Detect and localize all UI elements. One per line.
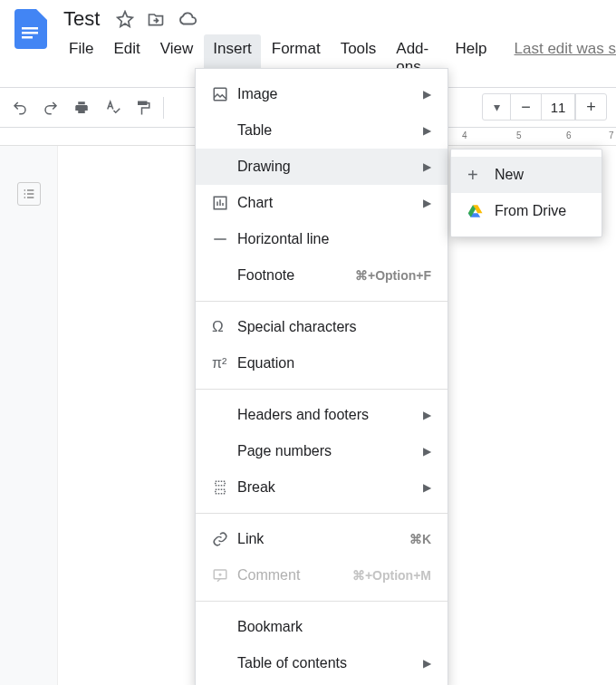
document-title[interactable]: Test — [60, 7, 103, 31]
menu-separator — [196, 601, 448, 602]
spellcheck-icon[interactable] — [98, 93, 127, 122]
svg-rect-0 — [22, 27, 38, 30]
docs-app-icon[interactable] — [11, 7, 51, 51]
insert-break-label: Break — [237, 479, 423, 496]
insert-toc[interactable]: Table of contents ▶ — [196, 645, 448, 681]
font-size-decrease[interactable]: − — [510, 94, 541, 120]
toolbar-separator — [163, 97, 164, 119]
cloud-status-icon[interactable] — [178, 9, 197, 29]
chevron-right-icon: ▶ — [423, 481, 431, 494]
chevron-right-icon: ▶ — [423, 160, 431, 173]
undo-icon[interactable] — [5, 93, 34, 122]
insert-headers-footers[interactable]: Headers and footers ▶ — [196, 397, 448, 433]
outline-icon[interactable] — [17, 182, 41, 206]
ruler-tick: 4 — [462, 130, 467, 140]
svg-rect-3 — [214, 88, 226, 101]
chevron-right-icon: ▶ — [423, 445, 431, 458]
ruler-tick: 5 — [516, 130, 522, 140]
insert-footnote[interactable]: Footnote ⌘+Option+F — [196, 257, 448, 294]
insert-special-chars[interactable]: Ω Special characters — [196, 309, 448, 345]
insert-comment: Comment ⌘+Option+M — [196, 557, 448, 593]
horizontal-line-icon — [212, 231, 237, 247]
insert-horizontal-line[interactable]: Horizontal line — [196, 221, 448, 257]
move-icon[interactable] — [147, 10, 165, 28]
insert-bookmark-label: Bookmark — [237, 619, 431, 635]
insert-footnote-label: Footnote — [237, 267, 355, 284]
print-icon[interactable] — [67, 93, 96, 122]
font-dropdown-icon[interactable]: ▾ — [483, 94, 510, 120]
insert-drawing[interactable]: Drawing ▶ — [196, 149, 448, 185]
chevron-right-icon: ▶ — [423, 197, 431, 209]
insert-equation-label: Equation — [237, 355, 431, 371]
drawing-from-drive-label: From Drive — [495, 203, 566, 219]
menu-separator — [196, 301, 448, 302]
drawing-new[interactable]: + New — [451, 157, 602, 193]
insert-image[interactable]: Image ▶ — [196, 76, 448, 112]
insert-chart-label: Chart — [237, 195, 423, 211]
insert-hf-label: Headers and footers — [237, 407, 423, 423]
outline-gutter — [0, 146, 58, 685]
insert-link-label: Link — [237, 531, 409, 547]
insert-pn-label: Page numbers — [237, 443, 423, 459]
comment-shortcut: ⌘+Option+M — [352, 568, 431, 583]
menu-separator — [196, 513, 448, 514]
link-icon — [212, 531, 237, 547]
font-size-control: ▾ − 11 + — [482, 93, 607, 121]
svg-rect-2 — [22, 36, 33, 39]
insert-break[interactable]: Break ▶ — [196, 469, 448, 506]
chevron-right-icon: ▶ — [423, 88, 431, 101]
comment-icon — [212, 567, 237, 584]
star-icon[interactable] — [116, 10, 134, 28]
chart-icon — [212, 195, 237, 211]
footnote-shortcut: ⌘+Option+F — [355, 268, 431, 283]
drawing-new-label: New — [495, 167, 524, 183]
insert-special-label: Special characters — [237, 319, 431, 335]
chevron-right-icon: ▶ — [423, 124, 431, 137]
menu-help[interactable]: Help — [447, 34, 496, 82]
chevron-right-icon: ▶ — [423, 409, 431, 421]
svg-rect-1 — [22, 32, 38, 34]
redo-icon[interactable] — [36, 93, 65, 122]
insert-comment-label: Comment — [237, 567, 352, 584]
insert-image-label: Image — [237, 86, 423, 102]
insert-page-numbers[interactable]: Page numbers ▶ — [196, 433, 448, 469]
drawing-submenu: + New From Drive — [450, 149, 602, 237]
ruler-tick: 6 — [566, 130, 572, 140]
insert-dropdown: Image ▶ Table ▶ Drawing ▶ Chart ▶ Horizo… — [195, 68, 448, 685]
insert-bookmark[interactable]: Bookmark — [196, 609, 448, 645]
break-icon — [212, 479, 237, 496]
ruler-tick: 7 — [609, 130, 614, 140]
link-shortcut: ⌘K — [409, 532, 431, 546]
insert-hline-label: Horizontal line — [237, 231, 431, 247]
insert-drawing-label: Drawing — [237, 159, 423, 175]
insert-chart[interactable]: Chart ▶ — [196, 185, 448, 221]
paint-format-icon[interactable] — [129, 93, 158, 122]
image-icon — [212, 86, 237, 102]
drive-icon — [467, 203, 495, 219]
chevron-right-icon: ▶ — [423, 657, 431, 670]
menu-file[interactable]: File — [60, 34, 102, 82]
last-edit-link[interactable]: Last edit was s — [515, 34, 616, 82]
font-size-value[interactable]: 11 — [541, 94, 575, 120]
insert-toc-label: Table of contents — [237, 655, 423, 671]
omega-icon: Ω — [212, 318, 237, 336]
drawing-from-drive[interactable]: From Drive — [451, 193, 602, 229]
font-size-increase[interactable]: + — [575, 94, 606, 120]
insert-equation[interactable]: π² Equation — [196, 345, 448, 381]
insert-table-label: Table — [237, 122, 423, 139]
menu-separator — [196, 389, 448, 390]
pi-icon: π² — [212, 355, 237, 371]
insert-table[interactable]: Table ▶ — [196, 112, 448, 149]
menu-edit[interactable]: Edit — [104, 34, 149, 82]
plus-icon: + — [467, 165, 495, 186]
insert-link[interactable]: Link ⌘K — [196, 521, 448, 557]
